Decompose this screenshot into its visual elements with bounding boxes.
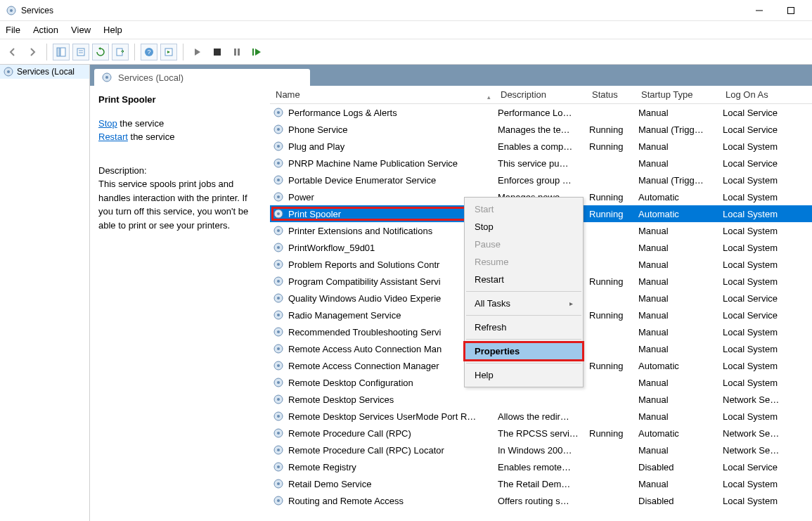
service-row[interactable]: Portable Device Enumerator ServiceEnforc…: [270, 172, 812, 188]
service-name-text: Remote Registry: [288, 462, 356, 472]
tree-node-services-local[interactable]: Services (Local: [0, 65, 89, 79]
service-icon: [273, 478, 284, 489]
stop-service-button[interactable]: [209, 44, 226, 60]
ctx-refresh[interactable]: Refresh: [465, 319, 583, 336]
service-name-text: Remote Procedure Call (RPC) Locator: [288, 445, 444, 456]
service-row[interactable]: Remote Desktop ServicesManualNetwork Se…: [270, 391, 812, 408]
service-logon-cell: Local System: [723, 243, 793, 253]
col-description[interactable]: Description: [498, 89, 589, 100]
col-name[interactable]: Name▴: [273, 89, 498, 100]
service-logon-cell: Local System: [723, 276, 793, 287]
properties-toolbar-button[interactable]: [72, 44, 89, 60]
service-row[interactable]: Remote Procedure Call (RPC)The RPCSS ser…: [270, 425, 812, 442]
submenu-arrow-icon: ▸: [569, 300, 573, 307]
start-service-button[interactable]: [189, 44, 206, 60]
menu-file[interactable]: File: [6, 25, 20, 35]
service-desc-cell: Enables a comp…: [498, 141, 589, 152]
ctx-help[interactable]: Help: [465, 366, 583, 384]
service-icon: [273, 242, 284, 253]
svg-point-60: [277, 432, 280, 435]
tab-services-local[interactable]: Services (Local): [94, 69, 310, 86]
service-name-cell: Retail Demo Service: [273, 478, 498, 489]
service-status-cell: Running: [589, 310, 638, 321]
toolbar-separator: [46, 44, 47, 60]
svg-text:?: ?: [147, 49, 150, 56]
service-icon: [273, 208, 284, 219]
service-name-cell: Remote Registry: [273, 461, 498, 472]
service-startup-cell: Manual: [638, 479, 723, 489]
ctx-all-tasks[interactable]: All Tasks▸: [465, 295, 583, 312]
restart-service-button[interactable]: [248, 44, 265, 60]
window-title: Services: [21, 6, 743, 15]
menubar: File Action View Help: [0, 21, 812, 39]
service-logon-cell: Local System: [723, 378, 793, 388]
maximize-button[interactable]: [775, 1, 806, 20]
ctx-start: Start: [465, 200, 583, 218]
service-startup-cell: Manual: [638, 108, 723, 118]
svg-point-1: [10, 9, 13, 12]
service-logon-cell: Local System: [723, 411, 793, 422]
service-icon: [273, 174, 284, 186]
service-icon: [273, 124, 284, 135]
ctx-divider: [466, 363, 581, 364]
service-icon: [273, 225, 284, 236]
svg-point-28: [277, 162, 280, 165]
help-toolbar-button[interactable]: ?: [141, 44, 157, 60]
service-desc-cell: The RPCSS servi…: [498, 428, 589, 439]
service-startup-cell: Manual: [638, 344, 723, 354]
ctx-stop[interactable]: Stop: [465, 218, 583, 236]
service-startup-cell: Automatic: [638, 192, 723, 202]
service-desc-cell: Enforces group …: [498, 175, 589, 186]
detail-pane: Print Spooler Stop the service Restart t…: [90, 86, 270, 521]
main-area: Services (Local Services (Local) Print S…: [0, 65, 812, 521]
service-icon: [273, 461, 284, 472]
service-row[interactable]: Remote Procedure Call (RPC) LocatorIn Wi…: [270, 442, 812, 458]
svg-point-62: [277, 449, 280, 451]
service-name-text: Remote Access Connection Manager: [288, 361, 439, 371]
service-name-text: Radio Management Service: [288, 310, 401, 321]
service-icon: [273, 495, 284, 506]
action-toolbar-button[interactable]: [160, 44, 177, 60]
menu-help[interactable]: Help: [103, 25, 122, 35]
ctx-divider: [466, 339, 581, 340]
service-desc-cell: In Windows 200…: [498, 445, 589, 456]
col-startup[interactable]: Startup Type: [638, 89, 723, 100]
ctx-properties[interactable]: Properties: [465, 342, 583, 360]
service-row[interactable]: PNRP Machine Name Publication ServiceThi…: [270, 155, 812, 172]
service-name-text: Power: [288, 192, 314, 202]
service-row[interactable]: Routing and Remote AccessOffers routing …: [270, 492, 812, 509]
stop-service-link[interactable]: Stop: [98, 118, 117, 129]
tab-label: Services (Local): [118, 72, 183, 83]
col-logon[interactable]: Log On As: [723, 89, 793, 100]
back-button[interactable]: [4, 44, 21, 60]
service-row[interactable]: Plug and PlayEnables a comp…RunningManua…: [270, 138, 812, 155]
restart-service-link[interactable]: Restart: [98, 131, 128, 142]
service-logon-cell: Local System: [723, 192, 793, 202]
pause-service-button[interactable]: [228, 44, 245, 60]
service-name-text: Problem Reports and Solutions Contr: [288, 259, 439, 270]
window-titlebar: Services: [0, 0, 812, 21]
list-pane: Name▴ Description Status Startup Type Lo…: [270, 86, 812, 521]
service-logon-cell: Local Service: [723, 310, 793, 321]
forward-button[interactable]: [24, 44, 41, 60]
menu-view[interactable]: View: [71, 25, 91, 35]
minimize-button[interactable]: [743, 1, 775, 20]
service-name-cell: Remote Desktop Services: [273, 394, 498, 405]
svg-rect-5: [60, 48, 65, 56]
service-row[interactable]: Remote RegistryEnables remote…DisabledLo…: [270, 458, 812, 475]
svg-rect-9: [117, 49, 122, 56]
service-startup-cell: Manual: [638, 243, 723, 253]
export-toolbar-button[interactable]: [112, 44, 129, 60]
services-app-icon: [6, 5, 17, 16]
menu-action[interactable]: Action: [33, 25, 58, 35]
col-status[interactable]: Status: [589, 89, 638, 100]
service-icon: [273, 394, 284, 405]
show-hide-tree-button[interactable]: [53, 44, 70, 60]
service-row[interactable]: Remote Desktop Services UserMode Port R……: [270, 408, 812, 425]
service-row[interactable]: Retail Demo ServiceThe Retail Dem…Manual…: [270, 475, 812, 492]
tree-node-label: Services (Local: [17, 67, 75, 77]
ctx-restart[interactable]: Restart: [465, 271, 583, 288]
refresh-toolbar-button[interactable]: [92, 44, 109, 60]
service-row[interactable]: Phone ServiceManages the te…RunningManua…: [270, 121, 812, 138]
service-row[interactable]: Performance Logs & AlertsPerformance Lo……: [270, 104, 812, 121]
